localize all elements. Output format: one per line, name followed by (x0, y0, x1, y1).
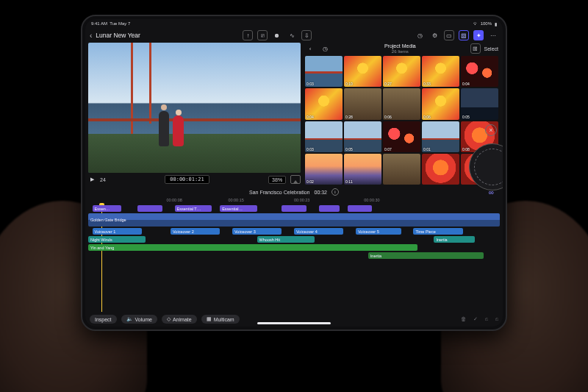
clip[interactable]: Inertia (434, 236, 475, 243)
home-indicator[interactable] (257, 322, 331, 324)
airplay-icon[interactable] (290, 175, 301, 184)
timeline[interactable]: 00:00:0800:00:1500:00:2300:00:30 Essen…E… (85, 198, 503, 312)
more-icon[interactable]: ⋯ (488, 30, 498, 40)
inspect-button[interactable]: Inspect (90, 315, 117, 324)
clip[interactable]: Voiceover 3 (232, 228, 282, 235)
media-thumb[interactable]: 0:04 (461, 56, 498, 87)
cloud-sync-icon[interactable]: ∞ (489, 188, 494, 196)
clip[interactable]: Voiceover 5 (356, 228, 401, 235)
media-thumb[interactable]: 0:28 (344, 88, 381, 119)
play-button[interactable]: ▶ (88, 177, 96, 182)
media-thumb[interactable]: 0:06 (422, 88, 459, 119)
media-thumb[interactable]: 0:10 (344, 56, 381, 87)
transport-bar: ▶ 24 00:00:01:21 38% (88, 173, 301, 186)
media-thumb[interactable] (383, 154, 420, 185)
media-thumb[interactable]: 0:07 (383, 121, 420, 152)
browser-clock-icon[interactable]: ◷ (320, 43, 330, 54)
media-thumb[interactable]: 0:05 (344, 121, 381, 152)
clip[interactable]: Essential T… (175, 205, 212, 212)
clip[interactable]: Whoosh Hit (257, 236, 315, 243)
browser-back-icon[interactable]: ‹ (305, 43, 315, 54)
viewer-pane: ▶ 24 00:00:01:21 38% (88, 43, 301, 186)
tv-icon[interactable]: ▭ (444, 30, 454, 40)
volume-button[interactable]: 🔈Volume (121, 315, 157, 324)
clip[interactable] (348, 205, 373, 212)
clip[interactable] (137, 205, 162, 212)
browser-title[interactable]: Project Media (384, 43, 416, 49)
media-thumb[interactable]: 0:01 (422, 121, 459, 152)
redo-icon[interactable]: ⎌ (495, 316, 498, 322)
thumb-duration: 0:03 (306, 82, 314, 86)
media-browser: ‹ ◷ Project Media 26 Items ⊞ Select (304, 43, 500, 186)
info-icon[interactable]: i (331, 188, 339, 196)
timer-icon[interactable]: ◷ (415, 30, 425, 40)
ruler-mark: 00:00:30 (364, 198, 379, 202)
thumb-duration: 0:27 (384, 82, 392, 86)
browser-subtitle: 26 Items (384, 49, 416, 54)
settings-icon[interactable]: ⚙ (429, 30, 440, 40)
clip[interactable]: Voiceover 2 (171, 228, 220, 235)
clip[interactable]: Time Piece (413, 228, 462, 235)
time-ruler[interactable]: 00:00:0800:00:1500:00:2300:00:30 (88, 198, 500, 205)
clip[interactable]: Yin and Yang (88, 244, 417, 251)
voiceover-icon[interactable]: ∿ (287, 30, 297, 40)
track-voiceover[interactable]: Voiceover 1Voiceover 2Voiceover 3Voiceov… (88, 228, 500, 235)
thumb-duration: 0:05 (345, 147, 353, 152)
clip[interactable]: Essen… (93, 205, 121, 212)
ruler-mark: 00:00:15 (228, 198, 243, 202)
undo-icon[interactable]: ⎌ (485, 316, 488, 322)
track-music-a[interactable]: Yin and Yang (88, 244, 500, 251)
clip[interactable]: Voiceover 4 (294, 228, 343, 235)
clip[interactable]: Inertia (368, 252, 484, 259)
grid-view-icon[interactable]: ⊞ (470, 43, 481, 54)
track-primary[interactable]: Golden Gate Bridge (88, 213, 500, 227)
share-icon[interactable]: ↑ (243, 30, 253, 40)
status-time: 9:41 AM (91, 21, 107, 26)
clip[interactable]: Golden Gate Bridge (88, 213, 500, 227)
battery-pct: 100% (481, 21, 492, 26)
volume-icon: 🔈 (126, 316, 133, 322)
animate-button[interactable]: ◇Animate (162, 315, 197, 324)
trash-icon[interactable]: 🗑 (461, 316, 466, 322)
project-title[interactable]: Lunar New Year (96, 32, 140, 39)
ruler-mark: 00:00:08 (166, 198, 182, 202)
media-thumb[interactable]: 0:04 (305, 88, 343, 119)
track-music-b[interactable]: Inertia (88, 252, 500, 259)
media-thumb[interactable]: 0:27 (383, 56, 420, 87)
media-thumb[interactable]: 0:02 (305, 154, 343, 185)
track-sfx[interactable]: Night WindsWhoosh HitInertia (88, 236, 500, 243)
timecode-display[interactable]: 00:00:01:21 (165, 175, 209, 184)
thumb-duration: 0:10 (345, 82, 353, 86)
ipad-device: 9:41 AM Tue May 7 ᯤ 100% ▮ ‹ Lunar New Y… (81, 15, 507, 331)
import-icon[interactable]: ⇩ (301, 30, 312, 40)
jog-close-button[interactable]: × (485, 124, 497, 136)
clip[interactable]: Night Winds (88, 236, 146, 243)
media-thumb[interactable]: 0:11 (344, 154, 381, 185)
fps-label: 24 (100, 177, 106, 182)
media-thumb[interactable]: 0:33 (422, 56, 459, 87)
camera-icon[interactable]: ⎚ (257, 30, 268, 40)
thumb-duration: 0:06 (423, 115, 431, 119)
clip[interactable]: Essential… (220, 205, 257, 212)
viewer-canvas[interactable] (88, 43, 301, 173)
clip[interactable]: Voiceover 1 (93, 228, 142, 235)
media-thumb[interactable]: 0:05 (461, 88, 498, 119)
project-name[interactable]: San Francisco Celebration (249, 190, 310, 195)
confirm-icon[interactable]: ✓ (473, 316, 478, 322)
effects-icon[interactable]: ✦ (473, 30, 484, 40)
thumb-duration: 0:04 (306, 115, 314, 119)
media-thumb[interactable]: 0:03 (305, 121, 343, 152)
photos-icon[interactable]: ▧ (459, 30, 469, 40)
clip[interactable] (282, 205, 306, 212)
mic-icon[interactable]: ⏺ (272, 30, 282, 40)
back-icon[interactable]: ‹ (90, 32, 92, 40)
media-thumb[interactable] (422, 154, 459, 185)
tracks[interactable]: Essen…Essential T…Essential… Golden Gate… (88, 205, 500, 312)
select-button[interactable]: Select (484, 46, 498, 51)
media-thumb[interactable]: 0:06 (383, 88, 420, 119)
media-thumb[interactable]: 0:03 (305, 56, 343, 87)
zoom-value[interactable]: 38 (272, 177, 278, 182)
clip[interactable] (319, 205, 340, 212)
track-titles[interactable]: Essen…Essential T…Essential… (88, 205, 500, 212)
multicam-button[interactable]: ▦Multicam (201, 315, 240, 324)
